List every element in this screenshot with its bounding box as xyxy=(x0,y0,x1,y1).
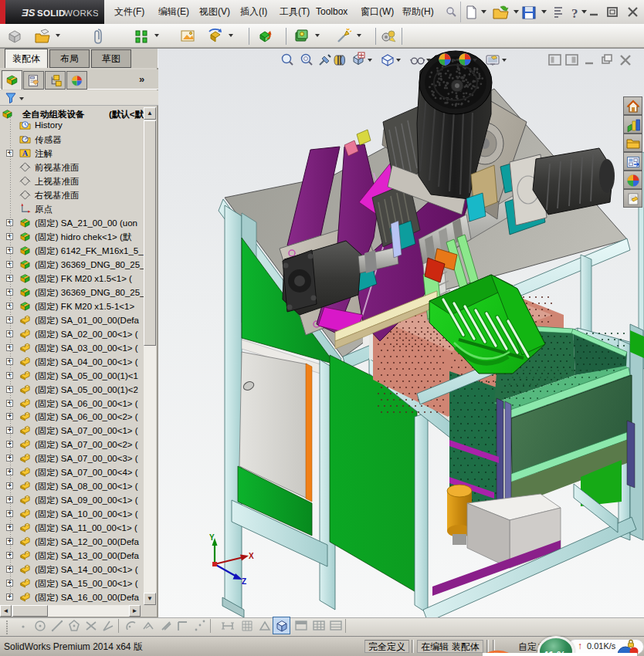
svg-text:X: X xyxy=(249,552,254,560)
svg-text:Z: Z xyxy=(242,577,246,586)
svg-text:Y: Y xyxy=(209,533,215,542)
